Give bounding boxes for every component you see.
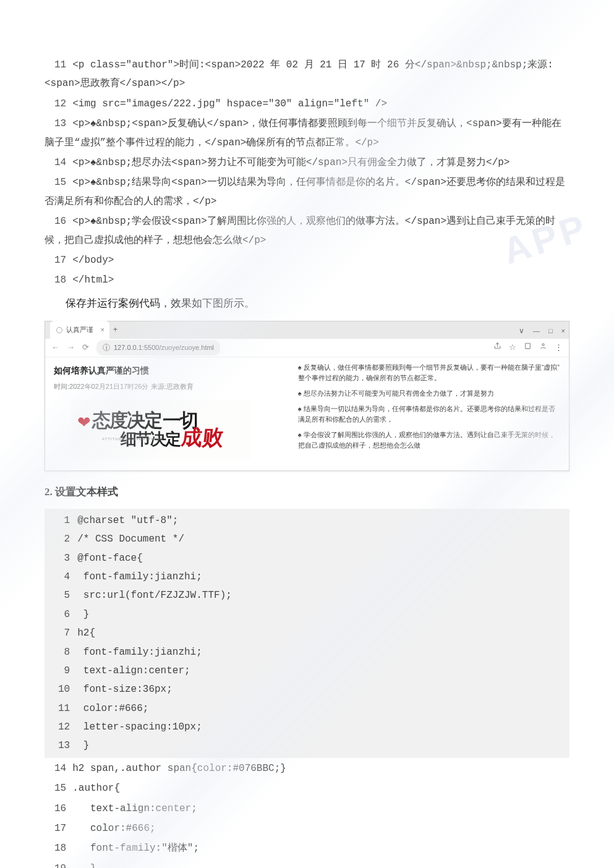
tab-title: 认真严谨: [66, 323, 93, 336]
code-line: 16<p>♠&nbsp;学会假设<span>了解周围比你强的人，观察他们的做事方…: [45, 212, 569, 250]
preview-content: 如何培养认真严谨的习惯 时间:2022年02月21日17时26分 来源:思政教育…: [45, 357, 569, 470]
code-block-html: 11<p class="author">时间:<span>2022 年 02 月…: [45, 56, 569, 290]
tab-close-icon[interactable]: ×: [101, 323, 104, 336]
code-block-css-grey: 1@charset "utf-8";2/* CSS Document */3@f…: [45, 509, 569, 758]
url-text: 127.0.0.1:5500/zuoye/zuoye.html: [114, 341, 214, 354]
code-line: 3@font-face{: [45, 549, 569, 568]
code-line: 6 }: [45, 605, 569, 624]
browser-tabstrip: 认真严谨 × + ∨ — □ ×: [45, 321, 569, 339]
kebab-menu-icon[interactable]: ⋮: [555, 340, 563, 355]
browser-tab[interactable]: 认真严谨 ×: [50, 321, 109, 339]
code-line: 11<p class="author">时间:<span>2022 年 02 月…: [45, 56, 569, 93]
svg-rect-0: [526, 343, 531, 349]
preview-bullet: ♠ 反复确认，做任何事情都要照顾到每一个细节并反复确认，要有一种能在脑子里“虚拟…: [298, 362, 560, 383]
preview-image: ❤ 态度决定 一切 ATTITUDE IS EVERYTHING 细节决定 成败: [54, 398, 287, 462]
preview-bullets: ♠ 反复确认，做任何事情都要照顾到每一个细节并反复确认，要有一种能在脑子里“虚拟…: [298, 362, 560, 451]
banner-mini-caption: ATTITUDE IS EVERYTHING: [102, 436, 163, 443]
banner-text-row1-black: 态度决定: [92, 411, 161, 430]
code-block-css-plain: 14h2 span,.author span{color:#076BBC;}15…: [45, 759, 569, 868]
browser-toolbar: ← → ⟳ i 127.0.0.1:5500/zuoye/zuoye.html …: [45, 339, 569, 357]
window-maximize-button[interactable]: □: [548, 325, 553, 338]
banner-text-row2-red: 成败: [180, 427, 224, 448]
share-icon[interactable]: [493, 340, 501, 355]
code-line: 9 text-align:center;: [45, 662, 569, 680]
code-line: 10 font-size:36px;: [45, 680, 569, 699]
code-line: 19 }: [45, 859, 569, 868]
nav-reload-icon[interactable]: ⟳: [82, 340, 89, 355]
code-line: 14h2 span,.author span{color:#076BBC;}: [45, 759, 569, 778]
code-line: 14<p>♠&nbsp;想尽办法<span>努力让不可能变为可能</span>只…: [45, 153, 569, 172]
code-line: 11 color:#666;: [45, 699, 569, 718]
code-line: 13 }: [45, 736, 569, 755]
code-line: 5 src:url(font/FZJZJW.TTF);: [45, 586, 569, 605]
tabstrip-chevron-icon[interactable]: ∨: [519, 324, 524, 338]
code-line: 16 text-align:center;: [45, 799, 569, 818]
window-minimize-button[interactable]: —: [533, 325, 540, 338]
preview-meta: 时间:2022年02月21日17时26分 来源:思政教育: [54, 380, 287, 393]
preview-bullet: ♠ 学会假设了解周围比你强的人，观察他们的做事方法。遇到让自己束手无策的时候，把…: [298, 430, 560, 451]
preview-heading: 如何培养认真严谨的习惯: [54, 362, 287, 379]
code-line: 18 font-family:"楷体";: [45, 839, 569, 857]
code-line: 15.author{: [45, 779, 569, 798]
reading-list-icon[interactable]: [524, 340, 532, 355]
code-line: 18</html>: [45, 271, 569, 289]
code-line: 12 letter-spacing:10px;: [45, 718, 569, 736]
code-line: 2/* CSS Document */: [45, 530, 569, 548]
banner-graphic: ❤ 态度决定 一切 ATTITUDE IS EVERYTHING 细节决定 成败: [71, 400, 250, 459]
site-info-icon[interactable]: i: [103, 344, 110, 351]
new-tab-button[interactable]: +: [113, 323, 117, 338]
code-line: 17</body>: [45, 251, 569, 270]
narration-text: 保存并运行案例代码，效果如下图所示。: [45, 294, 569, 313]
bookmark-icon[interactable]: ☆: [509, 340, 516, 355]
nav-back-icon[interactable]: ←: [51, 340, 59, 355]
address-bar[interactable]: i 127.0.0.1:5500/zuoye/zuoye.html: [96, 340, 220, 355]
code-line: 7h2{: [45, 624, 569, 642]
preview-bullet: ♠ 结果导向一切以结果为导向，任何事情都是你的名片。还要思考你的结果和过程是否满…: [298, 404, 560, 425]
window-close-button[interactable]: ×: [561, 325, 565, 338]
code-line: 12<img src="images/222.jpg" hspace="30" …: [45, 95, 569, 113]
preview-bullet: ♠ 想尽办法努力让不可能变为可能只有佣金全力做了，才算是努力: [298, 388, 560, 399]
section-heading: 2. 设置文本样式: [45, 482, 569, 502]
profile-icon[interactable]: [539, 340, 547, 355]
code-line: 15<p>♠&nbsp;结果导向<span>一切以结果为导向，任何事情都是你的名…: [45, 173, 569, 211]
tab-favicon: [56, 327, 62, 333]
code-line: 1@charset "utf-8";: [45, 511, 569, 530]
code-line: 4 font-family:jianzhi;: [45, 568, 569, 586]
nav-forward-icon[interactable]: →: [67, 340, 75, 355]
code-line: 13<p>♠&nbsp;<span>反复确认</span>，做任何事情都要照顾到…: [45, 114, 569, 152]
code-line: 17 color:#666;: [45, 819, 569, 838]
code-line: 8 font-family:jianzhi;: [45, 643, 569, 662]
svg-point-1: [542, 344, 544, 346]
heart-icon: ❤: [77, 414, 91, 430]
browser-preview: 认真严谨 × + ∨ — □ × ← → ⟳ i 127.0.0.1:5500/…: [45, 321, 569, 471]
